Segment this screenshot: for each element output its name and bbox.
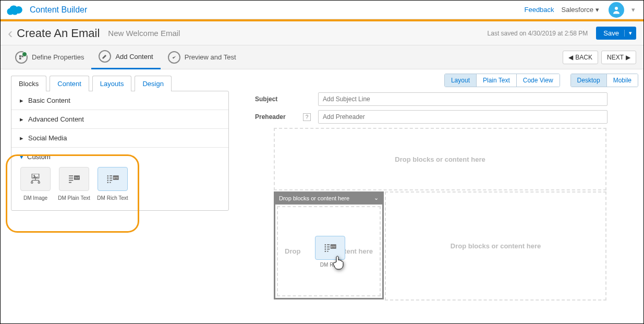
svg-rect-1 (19, 55, 21, 57)
left-tabs: Blocks Content Layouts Design (11, 76, 229, 91)
accordion-label: Custom (27, 153, 51, 161)
help-icon[interactable]: ? (303, 113, 311, 121)
blocks-panel: ▸ Basic Content ▸ Advanced Content ▸ Soc… (11, 91, 229, 211)
cloud-logo (7, 4, 25, 16)
step-add-content[interactable]: Add Content (91, 45, 160, 69)
accordion-custom: ▾ Custom DM Image TXT DM Plain Tex (11, 148, 228, 210)
save-timestamp: Last saved on 4/30/2019 at 2:58 PM (488, 30, 588, 37)
dropzone-left[interactable]: Drop or content here RTF DM Rich (274, 205, 384, 299)
step-define-properties[interactable]: Define Properties (8, 46, 91, 69)
back-button[interactable]: ◀BACK (563, 51, 598, 64)
tab-content[interactable]: Content (50, 76, 89, 91)
svg-point-0 (615, 7, 618, 10)
cursor-hand-icon (332, 255, 346, 270)
page-title: Create An Email (17, 27, 100, 40)
subject-row: Subject (240, 92, 638, 106)
tab-layouts[interactable]: Layouts (92, 76, 132, 91)
block-label: DM Rich Text (97, 195, 128, 201)
accordion-label: Social Media (28, 134, 67, 142)
accordion-advanced-content[interactable]: ▸ Advanced Content (11, 110, 228, 129)
step-preview-test[interactable]: Preview and Test (161, 46, 244, 69)
avatar[interactable] (609, 2, 624, 18)
view-plain-text[interactable]: Plain Text (476, 74, 516, 87)
accordion-label: Basic Content (28, 97, 70, 104)
pencil-icon (99, 50, 111, 63)
device-mobile[interactable]: Mobile (606, 74, 638, 87)
block-label: DM Plain Text (58, 195, 90, 201)
canvas: Drop blocks or content here Drop blocks … (240, 128, 638, 301)
step-label: Add Content (115, 53, 153, 61)
dropzone-right[interactable]: Drop blocks or content here (385, 191, 606, 301)
svg-point-9 (38, 182, 40, 183)
svg-point-32 (325, 248, 326, 250)
svg-point-30 (325, 246, 326, 248)
right-panel: Layout Plain Text Code View Desktop Mobi… (234, 69, 643, 323)
view-layout[interactable]: Layout (445, 74, 476, 87)
rich-text-block-icon: RTF (98, 167, 128, 191)
left-panel: Blocks Content Layouts Design ▸ Basic Co… (1, 69, 234, 323)
caret-right-icon: ▸ (19, 98, 24, 103)
svg-point-28 (325, 244, 326, 246)
page-subtitle: New Welcome Email (108, 29, 180, 38)
tab-blocks[interactable]: Blocks (11, 76, 46, 91)
dropzone-top[interactable]: Drop blocks or content here (274, 128, 606, 190)
accordion-custom-header[interactable]: ▾ Custom (19, 153, 221, 161)
caret-left-icon: ◀ (568, 54, 573, 61)
custom-blocks-row: DM Image TXT DM Plain Text RTF DM Rich T… (19, 167, 221, 201)
properties-icon (15, 51, 28, 64)
preheader-input[interactable] (318, 110, 607, 124)
dropzone-header-label: Drop blocks or content here (279, 195, 349, 201)
next-button[interactable]: NEXT▶ (601, 51, 636, 64)
svg-rect-3 (19, 57, 21, 59)
main-area: Blocks Content Layouts Design ▸ Basic Co… (1, 69, 643, 323)
caret-down-icon: ▾ (19, 154, 24, 160)
dropzone-hint: Drop blocks or content here (451, 242, 541, 250)
step-bar: Define Properties Add Content Preview an… (1, 45, 643, 69)
accordion-basic-content[interactable]: ▸ Basic Content (11, 91, 228, 110)
image-block-icon (20, 167, 51, 191)
block-label: DM Image (23, 195, 47, 201)
device-desktop[interactable]: Desktop (571, 74, 606, 87)
chevron-down-icon: ▾ (596, 6, 599, 14)
app-title: Content Builder (30, 5, 87, 15)
view-mode-group: Layout Plain Text Code View (444, 74, 560, 87)
svg-point-24 (107, 182, 109, 183)
step-label: Preview and Test (185, 53, 236, 61)
dropzone-header[interactable]: Drop blocks or content here ⌄ (274, 191, 384, 205)
block-dm-plain-text[interactable]: TXT DM Plain Text (57, 167, 91, 201)
chevron-down-icon: ⌄ (374, 195, 379, 201)
block-dm-rich-text[interactable]: RTF DM Rich Text (96, 167, 129, 201)
check-icon (168, 51, 180, 64)
view-toolbars: Layout Plain Text Code View Desktop Mobi… (240, 74, 638, 87)
svg-text:RTF: RTF (113, 176, 118, 179)
svg-point-22 (107, 179, 109, 181)
caret-right-icon: ▶ (626, 54, 630, 61)
dropzone-left-container: Drop blocks or content here ⌄ Drop or co… (274, 191, 384, 301)
svg-point-8 (31, 182, 33, 183)
svg-point-20 (107, 177, 109, 179)
save-button-label: Save (603, 29, 619, 37)
save-button[interactable]: Save ▾ (596, 27, 636, 40)
back-arrow-icon[interactable]: ‹ (8, 26, 13, 41)
caret-right-icon: ▸ (19, 136, 24, 141)
device-group: Desktop Mobile (570, 74, 638, 87)
chevron-down-icon: ▾ (624, 30, 632, 37)
block-dm-image[interactable]: DM Image (19, 167, 52, 201)
user-menu-caret[interactable]: ▾ (629, 6, 637, 14)
svg-text:RTF: RTF (331, 245, 336, 248)
dropzone-hint-bg: Drop (285, 247, 300, 255)
caret-right-icon: ▸ (19, 117, 24, 122)
svg-point-18 (107, 175, 109, 177)
feedback-link[interactable]: Feedback (524, 6, 554, 14)
dropzone-hint: Drop blocks or content here (395, 155, 485, 163)
org-menu[interactable]: Salesforce ▾ (562, 6, 599, 14)
subject-input[interactable] (318, 92, 607, 106)
tab-design[interactable]: Design (135, 76, 171, 91)
subject-label: Subject (255, 95, 296, 103)
preheader-row: Preheader ? (240, 110, 638, 124)
accordion-social-media[interactable]: ▸ Social Media (11, 129, 228, 148)
user-icon (612, 5, 621, 15)
accordion-label: Advanced Content (28, 115, 84, 123)
view-code[interactable]: Code View (516, 74, 560, 87)
svg-point-34 (325, 250, 326, 252)
